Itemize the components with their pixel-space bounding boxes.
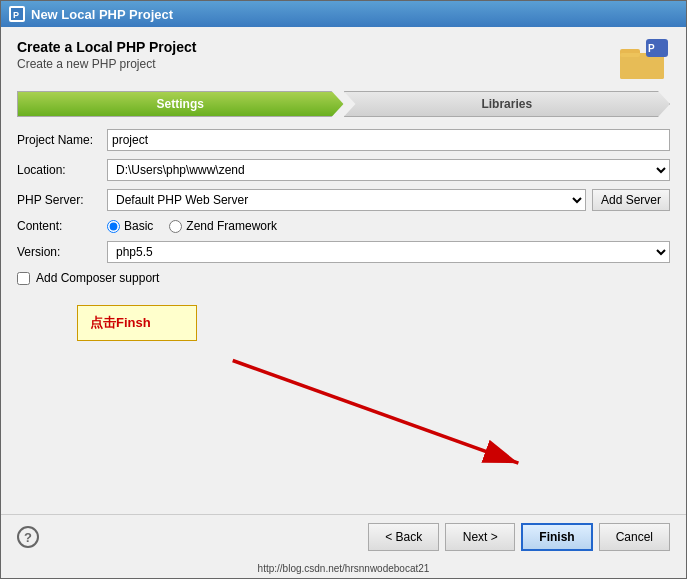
next-button[interactable]: Next >: [445, 523, 515, 551]
version-control: php5.5: [107, 241, 670, 263]
form: Project Name: Location: D:\Users\php\www…: [17, 129, 670, 285]
button-group: < Back Next > Finish Cancel: [368, 523, 670, 551]
php-server-select[interactable]: Default PHP Web Server: [107, 189, 586, 211]
url-bar: http://blog.csdn.net/hrsnnwodebocat21: [1, 561, 686, 578]
project-name-input[interactable]: [107, 129, 670, 151]
php-server-label: PHP Server:: [17, 193, 107, 207]
tab-bar: Settings Libraries: [17, 91, 670, 117]
version-row: Version: php5.5: [17, 241, 670, 263]
dialog-title: Create a Local PHP Project: [17, 39, 196, 55]
title-bar: P New Local PHP Project: [1, 1, 686, 27]
tab-libraries[interactable]: Libraries: [344, 91, 671, 117]
content-label: Content:: [17, 219, 107, 233]
location-label: Location:: [17, 163, 107, 177]
location-control: D:\Users\php\www\zend: [107, 159, 670, 181]
bottom-bar: ? < Back Next > Finish Cancel: [1, 514, 686, 561]
php-server-control: Default PHP Web Server Add Server: [107, 189, 670, 211]
location-select[interactable]: D:\Users\php\www\zend: [107, 159, 670, 181]
annotation-box: 点击Finsh: [77, 305, 197, 341]
radio-zend-input[interactable]: [169, 220, 182, 233]
content-control: Basic Zend Framework: [107, 219, 670, 233]
location-select-wrapper: D:\Users\php\www\zend: [107, 159, 670, 181]
dialog-title-area: Create a Local PHP Project Create a new …: [17, 39, 196, 71]
php-logo: P: [618, 39, 670, 81]
svg-text:P: P: [648, 43, 655, 54]
version-select[interactable]: php5.5: [107, 241, 670, 263]
window: P New Local PHP Project Create a Local P…: [0, 0, 687, 579]
project-name-row: Project Name:: [17, 129, 670, 151]
dialog-content: Create a Local PHP Project Create a new …: [1, 27, 686, 514]
svg-line-8: [233, 361, 519, 464]
location-row: Location: D:\Users\php\www\zend: [17, 159, 670, 181]
annotation-area: 点击Finsh: [17, 285, 670, 506]
radio-zend[interactable]: Zend Framework: [169, 219, 277, 233]
php-server-wrapper: Default PHP Web Server Add Server: [107, 189, 670, 211]
dialog-subtitle: Create a new PHP project: [17, 57, 196, 71]
radio-basic-label: Basic: [124, 219, 153, 233]
tab-settings[interactable]: Settings: [17, 91, 344, 117]
radio-zend-label: Zend Framework: [186, 219, 277, 233]
composer-checkbox[interactable]: [17, 272, 30, 285]
content-row: Content: Basic Zend Framework: [17, 219, 670, 233]
title-bar-icon: P: [9, 6, 25, 22]
radio-basic-input[interactable]: [107, 220, 120, 233]
help-button[interactable]: ?: [17, 526, 39, 548]
title-bar-text: New Local PHP Project: [31, 7, 173, 22]
add-server-button[interactable]: Add Server: [592, 189, 670, 211]
cancel-button[interactable]: Cancel: [599, 523, 670, 551]
version-label: Version:: [17, 245, 107, 259]
content-radio-group: Basic Zend Framework: [107, 219, 670, 233]
composer-label: Add Composer support: [36, 271, 159, 285]
back-button[interactable]: < Back: [368, 523, 439, 551]
project-name-label: Project Name:: [17, 133, 107, 147]
svg-text:P: P: [13, 10, 19, 20]
radio-basic[interactable]: Basic: [107, 219, 153, 233]
finish-button[interactable]: Finish: [521, 523, 592, 551]
php-logo-svg: P: [618, 39, 670, 81]
project-name-control: [107, 129, 670, 151]
php-server-row: PHP Server: Default PHP Web Server Add S…: [17, 189, 670, 211]
url-text: http://blog.csdn.net/hrsnnwodebocat21: [258, 563, 430, 574]
dialog-header: Create a Local PHP Project Create a new …: [17, 39, 670, 81]
composer-row: Add Composer support: [17, 271, 670, 285]
